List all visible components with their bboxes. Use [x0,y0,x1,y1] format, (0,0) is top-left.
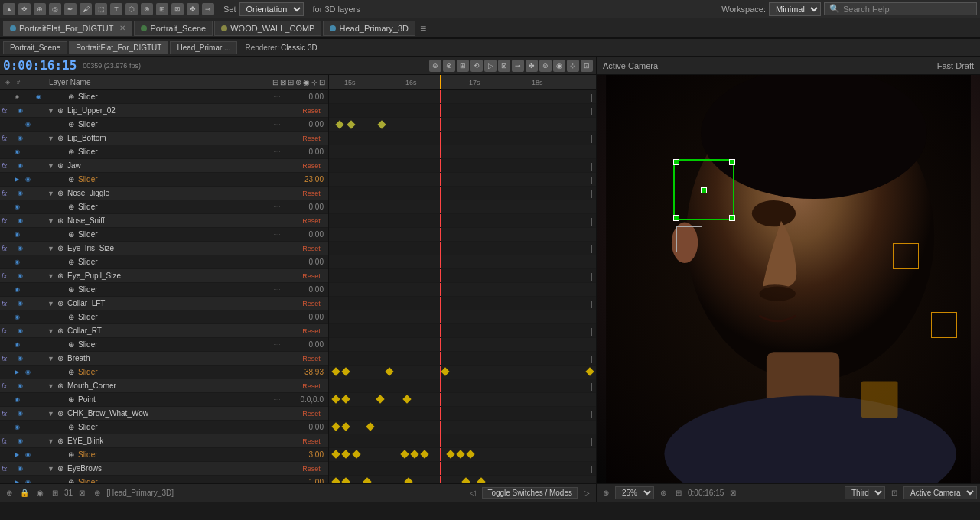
visibility-icon[interactable]: ◉ [15,216,24,226]
selection-box-small1[interactable] [676,226,702,252]
camera-select[interactable]: Active Camera [903,486,977,499]
move-tool-icon[interactable]: ✥ [18,3,31,15]
reset-button[interactable]: Reset [296,217,327,225]
visibility-icon[interactable]: ◉ [12,203,21,212]
playhead-indicator[interactable] [440,75,441,89]
layer-value[interactable]: 0.00 [288,258,327,266]
layer-row[interactable]: ◉ ⊛ Slider ···· 0.00 [0,310,328,324]
right-icon5[interactable]: ⊡ [888,487,900,499]
keyframe-diamond[interactable] [585,367,594,375]
comp-tool1-icon[interactable]: ⊕ [429,60,441,72]
composition-view[interactable] [597,75,980,483]
layer-value[interactable]: 1.00 [288,478,327,483]
zoom-tool-icon[interactable]: ⊕ [34,3,46,15]
layer-row[interactable]: fx ◉ ▼ ⊛ EYE_Blink Reset [0,434,328,448]
comp-tab-portrait-scene[interactable]: Portrait_Scene [3,41,67,54]
keyframe-diamond[interactable] [400,450,409,458]
visibility-icon[interactable]: ◉ [12,340,21,349]
expand-icon[interactable]: ▼ [47,107,55,115]
arrow-tool-icon[interactable]: ▲ [3,3,15,15]
layer-row[interactable]: ◉ ⊛ Slider ···· 0.00 [0,283,328,297]
tab-wood-wall[interactable]: WOOD_WALL_COMP [214,21,321,36]
layer-row[interactable]: ◉ ⊛ Slider ···· 0.00 [0,200,328,214]
visibility-icon[interactable]: ◉ [23,175,32,184]
layer-row[interactable]: fx ◉ ▼ ⊛ Lip_Upper_02 Reset [0,104,328,118]
keyframe-diamond[interactable] [441,367,449,375]
layer-value[interactable]: 0.00 [288,423,327,431]
reset-button[interactable]: Reset [296,245,327,252]
visibility-icon[interactable]: ◉ [12,285,21,294]
tab-close-icon[interactable]: ✕ [119,24,125,32]
expand-icon[interactable]: ▼ [47,437,55,445]
keyframe-diamond[interactable] [341,367,350,375]
visibility-icon[interactable]: ◉ [15,244,24,253]
layer-row[interactable]: ◉ ⊛ Slider ···· 0.00 [0,338,328,352]
visibility-icon[interactable]: ◉ [15,299,24,308]
visibility-icon[interactable]: ◉ [23,120,32,129]
visibility-icon[interactable]: ◉ [12,258,21,267]
comp-tab-head-primar[interactable]: Head_Primar ... [170,41,237,54]
view-select[interactable]: Third [845,486,885,499]
visibility-icon[interactable]: ◉ [15,382,24,391]
layer-value[interactable]: 0.00 [288,203,327,211]
expand-icon[interactable]: ▼ [47,465,55,473]
selection-box-small3[interactable] [931,312,957,338]
expand-icon[interactable]: ▼ [47,382,55,390]
layer-row[interactable]: ◉ ⊛ Slider ···· 0.00 [0,228,328,242]
right-icon2[interactable]: ⊛ [657,487,669,499]
right-icon1[interactable]: ⊕ [600,487,612,499]
select-tool-icon[interactable]: ⬚ [95,3,107,15]
layer-value[interactable]: 0.00 [288,340,327,349]
layer-row[interactable]: fx ◉ ▼ ⊛ Collar_RT Reset [0,324,328,338]
extra-tool2-icon[interactable]: ⊞ [156,3,168,15]
comp-tool7-icon[interactable]: ⊸ [512,60,524,72]
layer-row[interactable]: fx ◉ ▼ ⊛ Nose_Jiggle Reset [0,187,328,200]
keyframe-diamond[interactable] [466,450,474,458]
comp-tool4-icon[interactable]: ⟲ [470,60,483,72]
extra-tool1-icon[interactable]: ⊗ [141,3,153,15]
reset-button[interactable]: Reset [296,107,327,115]
layer-row[interactable]: fx ◉ ▼ ⊛ Eye_Iris_Size Reset [0,242,328,255]
reset-button[interactable]: Reset [296,272,327,280]
extra-tool4-icon[interactable]: ✤ [187,3,199,15]
right-icon3[interactable]: ⊞ [672,487,685,499]
layer-row-breath[interactable]: fx ◉ ▼ ⊛ Breath Reset [0,352,328,366]
keyframe-diamond[interactable] [341,450,350,458]
keyframe-diamond[interactable] [461,477,470,483]
orientation-select[interactable]: Orientation [239,2,304,16]
keyframe-diamond[interactable] [341,477,350,483]
visibility-icon[interactable]: ◉ [34,93,43,102]
pen-tool-icon[interactable]: ✒ [64,3,77,15]
comp-tool9-icon[interactable]: ⊛ [539,60,552,72]
expand-icon[interactable]: ▼ [47,272,55,280]
keyframe-diamond[interactable] [377,120,386,128]
keyframe-diamond[interactable] [341,422,350,431]
keyframe-diamond[interactable] [446,450,454,458]
extra-tool5-icon[interactable]: ⊸ [202,3,214,15]
bottom-icon5[interactable]: ⊠ [76,487,88,499]
visibility-icon[interactable]: ◉ [15,271,24,281]
selection-handle-tl[interactable] [673,159,679,165]
expand-arrow[interactable]: ▶ [12,450,21,460]
layer-row[interactable]: ◉ ⊕ Point ···· 0.0,0.0 [0,393,328,407]
layer-row[interactable]: fx ◉ ▼ ⊛ Eye_Pupil_Size Reset [0,269,328,283]
search-help-input[interactable]: 🔍 Search Help [824,2,977,15]
layer-value[interactable]: 0.00 [288,93,327,101]
expand-icon[interactable]: ▼ [47,162,55,170]
layer-row[interactable]: fx ◉ ▼ ⊛ Jaw Reset [0,159,328,173]
keyframe-diamond[interactable] [331,395,340,403]
comp-tab-portraitflat[interactable]: PortraitFlat_For_DIGTUT [69,41,168,54]
layer-row[interactable]: fx ◉ ▼ ⊛ Collar_LFT Reset [0,297,328,310]
layer-value[interactable]: 0.00 [288,285,327,294]
layer-row[interactable]: ◈ ◉ ⊛ Slider ···· 0.00 [0,90,328,104]
keyframe-diamond[interactable] [420,450,428,458]
keyframe-diamond[interactable] [456,450,464,458]
layer-value[interactable]: 0.00 [288,120,327,128]
reset-button[interactable]: Reset [296,355,327,362]
keyframe-diamond[interactable] [477,477,485,483]
type-tool-icon[interactable]: T [110,3,122,15]
expand-arrow[interactable]: ▶ [12,368,21,377]
lock-bottom-icon[interactable]: 🔒 [18,487,31,499]
bottom-icon1[interactable]: ⊕ [3,487,15,499]
layer-value[interactable]: 0.00 [288,313,327,321]
